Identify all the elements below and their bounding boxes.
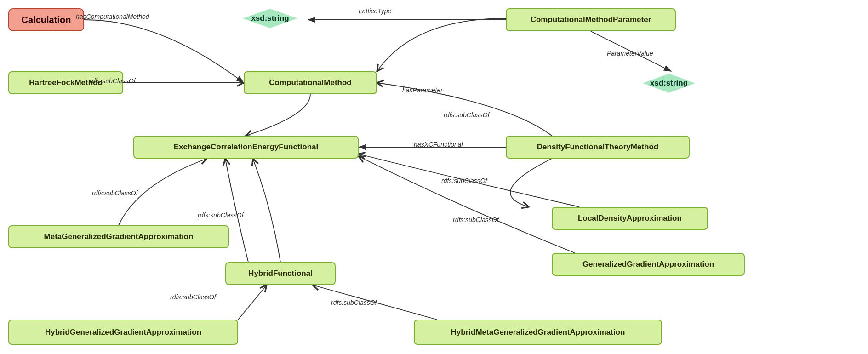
rdfs-subclassof-hybrid-meta-label: rdfs:subClassOf (331, 299, 377, 306)
rdfs-subclassof-generalized-label: rdfs:subClassOf (453, 216, 499, 223)
lattice-type-label: LatticeType (359, 7, 391, 15)
density-functional-node: DensityFunctionalTheoryMethod (506, 136, 690, 159)
rdfs-subclassof-meta-label: rdfs:subClassOf (92, 189, 138, 197)
hybrid-functional-node: HybridFunctional (225, 262, 336, 285)
arrows-svg (0, 0, 868, 354)
has-computational-method-label: hasComputationalMethod (76, 13, 149, 20)
hybrid-meta-node: HybridMetaGeneralizedGradientApproximati… (414, 320, 662, 345)
rdfs-subclassof-hartree-label: rdfs:subClassOf (90, 77, 136, 85)
rdfs-subclassof-hybrid-left-label: rdfs:subClassOf (198, 211, 244, 219)
parameter-value-label: ParameterValue (607, 50, 653, 57)
svg-line-5 (238, 285, 267, 320)
calculation-node: Calculation (8, 8, 84, 31)
local-density-node: LocalDensityApproximation (552, 207, 708, 230)
computational-method-node: ComputationalMethod (244, 71, 377, 94)
exchange-correlation-node: ExchangeCorrelationEnergyFunctional (133, 136, 359, 159)
hybrid-generalized-node: HybridGeneralizedGradientApproximation (8, 320, 238, 345)
has-xc-functional-label: hasXCFunctional (414, 141, 463, 148)
has-parameter-label: hasParameter (402, 86, 443, 94)
meta-generalized-node: MetaGeneralizedGradientApproximation (8, 225, 229, 248)
rdfs-subclassof-local-label: rdfs:subClassOf (441, 177, 487, 184)
computational-method-parameter-node: ComputationalMethodParameter (506, 8, 676, 31)
xsd-string-top-node: xsd:string (234, 6, 306, 30)
ontology-diagram: Calculation xsd:string ComputationalMeth… (0, 0, 868, 354)
rdfs-subclassof-density-method-label: rdfs:subClassOf (444, 111, 490, 119)
generalized-gradient-node: GeneralizedGradientApproximation (552, 253, 745, 276)
xsd-string-right-node: xsd:string (634, 71, 703, 95)
rdfs-subclassof-hybrid-gen-label: rdfs:subClassOf (170, 293, 216, 301)
